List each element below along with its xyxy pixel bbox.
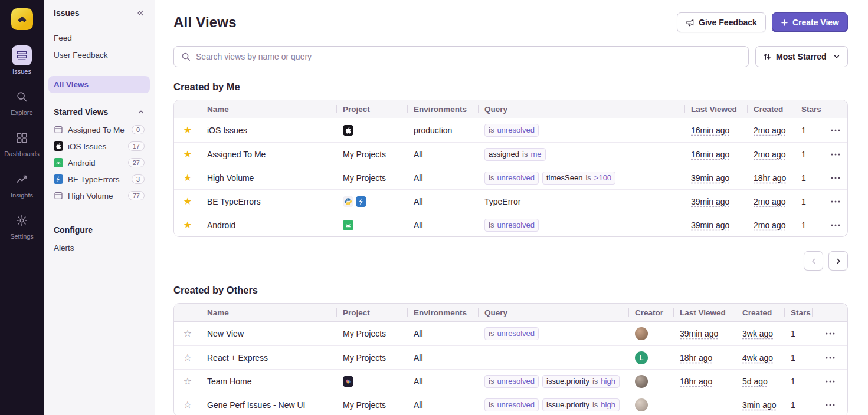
sentry-logo[interactable] [11, 8, 33, 30]
table-row[interactable]: ★ Android All is unresolved 39min ago 2m… [174, 213, 847, 236]
environments-cell: production [408, 118, 479, 142]
starred-view-label: Assigned To Me [68, 126, 125, 134]
star-icon[interactable]: ★ [184, 220, 192, 230]
table-row[interactable]: ★ Assigned To Me My Projects All assigne… [174, 142, 847, 166]
environments-cell: All [408, 322, 479, 345]
sidebar-item-high-volume[interactable]: High Volume 77 [48, 187, 150, 204]
view-name[interactable]: iOS Issues [201, 118, 337, 142]
star-icon[interactable]: ★ [184, 126, 192, 135]
query-cell: TypeError [479, 190, 685, 213]
column-header-star [174, 100, 201, 118]
created-at: 3min ago [742, 400, 777, 410]
query-cell: is unresolved issue.priority is high [479, 393, 629, 415]
row-menu-button[interactable] [823, 377, 838, 386]
pagination-prev-button[interactable] [804, 251, 823, 271]
sidebar-item-android[interactable]: Android 27 [48, 154, 150, 171]
creator-avatar [635, 398, 648, 411]
chevron-down-icon [833, 53, 840, 60]
sidebar-item-be-typeerrors[interactable]: BE TypeErrors 3 [48, 171, 150, 187]
sidebar-item-assigned-to-me[interactable]: Assigned To Me 0 [48, 121, 150, 138]
view-name[interactable]: Gene Perf Issues - New UI [201, 393, 337, 415]
view-name[interactable]: React + Express [201, 346, 337, 369]
last-viewed: – [680, 400, 684, 410]
rail-label: Insights [11, 192, 33, 199]
ellipsis-icon [826, 332, 835, 335]
pagination-next-button[interactable] [828, 251, 848, 271]
star-outline-icon[interactable]: ☆ [184, 377, 192, 386]
ellipsis-icon [826, 404, 835, 406]
project-cell: My Projects [337, 393, 408, 415]
sort-dropdown[interactable]: Most Starred [755, 46, 848, 67]
rail-label: Settings [10, 233, 34, 240]
sidebar-item-ios-issues[interactable]: iOS Issues 17 [48, 138, 150, 154]
configure-title: Configure [54, 225, 93, 235]
project-cell: My Projects [337, 143, 408, 166]
project-cell [337, 370, 408, 393]
search-icon [181, 52, 191, 61]
table-row[interactable]: ☆ React + Express My Projects All L 18hr… [174, 345, 847, 369]
row-menu-button[interactable] [823, 354, 838, 362]
created-at: 18hr ago [754, 173, 786, 183]
last-viewed: 18hr ago [680, 377, 712, 386]
sidebar-item-all-views[interactable]: All Views [48, 76, 150, 93]
chevron-up-icon[interactable] [137, 108, 145, 116]
table-row[interactable]: ★ BE TypeErrors All TypeError 39min ago … [174, 189, 847, 213]
row-menu-button[interactable] [828, 126, 843, 134]
row-menu-button[interactable] [823, 330, 838, 338]
view-name[interactable]: BE TypeErrors [201, 190, 337, 213]
row-menu-button[interactable] [823, 401, 838, 409]
created-by-others-table: Name Project Environments Query Creator … [173, 303, 848, 415]
rail-item-settings[interactable]: Settings [10, 210, 34, 240]
rail-item-insights[interactable]: Insights [11, 169, 33, 199]
sidebar-item-alerts[interactable]: Alerts [48, 239, 150, 256]
row-menu-button[interactable] [828, 174, 843, 182]
count-badge: 0 [132, 125, 145, 134]
column-header-menu [823, 100, 847, 118]
row-menu-button[interactable] [828, 150, 843, 159]
sidebar-item-user-feedback[interactable]: User Feedback [48, 47, 150, 64]
count-badge: 17 [128, 141, 145, 151]
view-name[interactable]: Team Home [201, 370, 337, 393]
sidebar-collapse-icon[interactable] [136, 9, 145, 17]
view-name[interactable]: New View [201, 322, 337, 345]
last-viewed: 16min ago [691, 150, 729, 159]
sidebar-item-feed[interactable]: Feed [48, 29, 150, 47]
created-at: 2mo ago [754, 197, 785, 206]
sort-arrows-icon [763, 52, 771, 61]
row-menu-button[interactable] [828, 221, 843, 229]
star-outline-icon[interactable]: ☆ [184, 353, 192, 363]
chevron-right-icon [835, 258, 842, 265]
star-icon[interactable]: ★ [184, 197, 192, 206]
created-at: 2mo ago [754, 220, 785, 230]
table-row[interactable]: ★ High Volume My Projects All is unresol… [174, 166, 847, 189]
star-icon[interactable]: ★ [184, 173, 192, 183]
query-token: is unresolved [484, 219, 539, 232]
project-cell [337, 190, 408, 213]
android-icon [54, 158, 63, 167]
rail-item-issues[interactable]: Issues [12, 45, 32, 75]
environments-cell: All [408, 346, 479, 369]
plus-icon [781, 19, 788, 27]
view-name[interactable]: Assigned To Me [201, 143, 337, 166]
rail-item-dashboards[interactable]: Dashboards [4, 128, 39, 157]
view-name[interactable]: Android [201, 213, 337, 236]
create-view-button[interactable]: Create View [772, 12, 848, 32]
starred-views-title: Starred Views [54, 107, 108, 117]
search-box[interactable] [173, 46, 749, 67]
column-header-query: Query [479, 304, 629, 321]
table-row[interactable]: ☆ New View My Projects All is unresolved… [174, 322, 847, 345]
star-icon[interactable]: ★ [184, 150, 192, 159]
view-name[interactable]: High Volume [201, 166, 337, 189]
ellipsis-icon [826, 380, 835, 383]
star-outline-icon[interactable]: ☆ [184, 400, 192, 410]
star-outline-icon[interactable]: ☆ [184, 329, 192, 338]
table-row[interactable]: ★ iOS Issues production is unresolved 16… [174, 118, 847, 142]
give-feedback-button[interactable]: Give Feedback [677, 12, 766, 32]
row-menu-button[interactable] [828, 197, 843, 206]
query-token: is unresolved [484, 327, 539, 340]
android-icon [343, 220, 353, 230]
rail-item-explore[interactable]: Explore [11, 87, 32, 116]
table-row[interactable]: ☆ Team Home All is unresolved issue.prio… [174, 369, 847, 393]
table-row[interactable]: ☆ Gene Perf Issues - New UI My Projects … [174, 393, 847, 415]
search-input[interactable] [196, 52, 741, 61]
